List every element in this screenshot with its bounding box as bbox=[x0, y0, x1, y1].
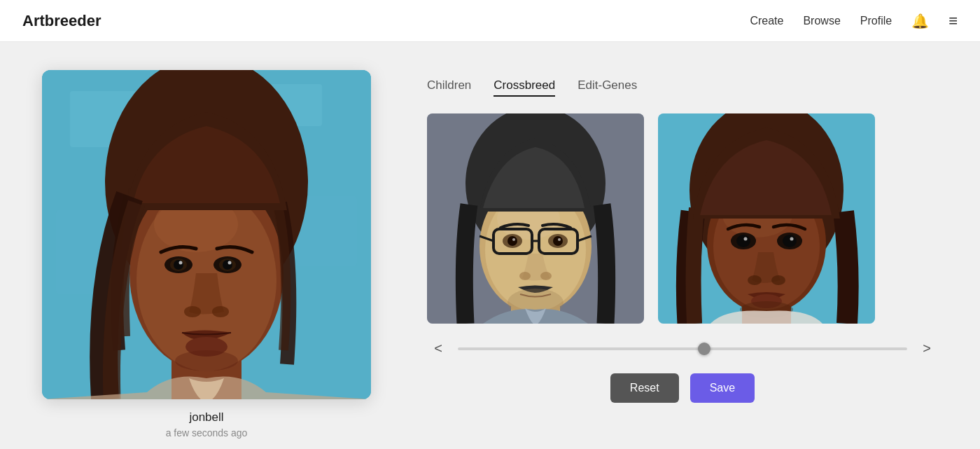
svg-point-65 bbox=[748, 275, 762, 285]
slider-left-arrow[interactable]: < bbox=[430, 340, 447, 357]
crossbreed-image-2[interactable] bbox=[658, 113, 875, 324]
slider-right-arrow[interactable]: > bbox=[918, 340, 935, 357]
notification-bell-icon[interactable]: 🔔 bbox=[911, 13, 929, 29]
svg-point-50 bbox=[540, 272, 552, 280]
svg-point-15 bbox=[174, 260, 183, 270]
svg-point-64 bbox=[790, 237, 794, 241]
svg-point-61 bbox=[736, 235, 750, 247]
nav-profile[interactable]: Profile bbox=[860, 15, 892, 27]
portrait-card bbox=[42, 70, 371, 399]
svg-point-48 bbox=[558, 238, 561, 241]
tab-edit-genes[interactable]: Edit-Genes bbox=[578, 78, 637, 97]
right-panel: Children Crossbreed Edit-Genes bbox=[427, 70, 938, 403]
portrait-time: a few seconds ago bbox=[166, 427, 248, 438]
svg-point-20 bbox=[212, 306, 229, 317]
nav-create[interactable]: Create bbox=[750, 15, 783, 27]
tabs: Children Crossbreed Edit-Genes bbox=[427, 78, 938, 97]
brand-logo[interactable]: Artbreeder bbox=[22, 12, 750, 30]
svg-point-49 bbox=[519, 272, 531, 280]
svg-point-45 bbox=[507, 236, 517, 246]
reset-button[interactable]: Reset bbox=[610, 373, 679, 403]
menu-icon[interactable]: ≡ bbox=[948, 12, 958, 30]
left-panel: jonbell a few seconds ago ♥ bbox=[42, 70, 371, 449]
crossbreed-images bbox=[427, 113, 938, 324]
svg-point-46 bbox=[553, 236, 563, 246]
portrait-image bbox=[42, 70, 371, 399]
action-buttons: Reset Save bbox=[427, 373, 938, 403]
svg-point-63 bbox=[744, 237, 748, 241]
svg-point-66 bbox=[771, 275, 785, 285]
crossbreed-image-1[interactable] bbox=[427, 113, 644, 324]
portrait-info: jonbell a few seconds ago bbox=[166, 410, 248, 438]
svg-point-62 bbox=[783, 235, 797, 247]
svg-point-16 bbox=[223, 260, 232, 270]
nav-browse[interactable]: Browse bbox=[803, 15, 840, 27]
svg-point-18 bbox=[228, 261, 232, 265]
tab-crossbreed[interactable]: Crossbreed bbox=[493, 78, 555, 97]
svg-point-22 bbox=[175, 350, 238, 371]
portrait-username: jonbell bbox=[189, 410, 223, 424]
slider-row: < > bbox=[427, 340, 938, 357]
tab-children[interactable]: Children bbox=[427, 78, 471, 97]
navbar: Artbreeder Create Browse Profile 🔔 ≡ bbox=[0, 0, 980, 42]
svg-point-17 bbox=[179, 261, 183, 265]
main-content: jonbell a few seconds ago ♥ bbox=[0, 42, 980, 449]
crossbreed-slider[interactable] bbox=[458, 347, 907, 350]
svg-point-47 bbox=[512, 238, 515, 241]
nav-links: Create Browse Profile 🔔 ≡ bbox=[750, 12, 958, 30]
svg-point-19 bbox=[184, 306, 201, 317]
save-button[interactable]: Save bbox=[690, 373, 755, 403]
